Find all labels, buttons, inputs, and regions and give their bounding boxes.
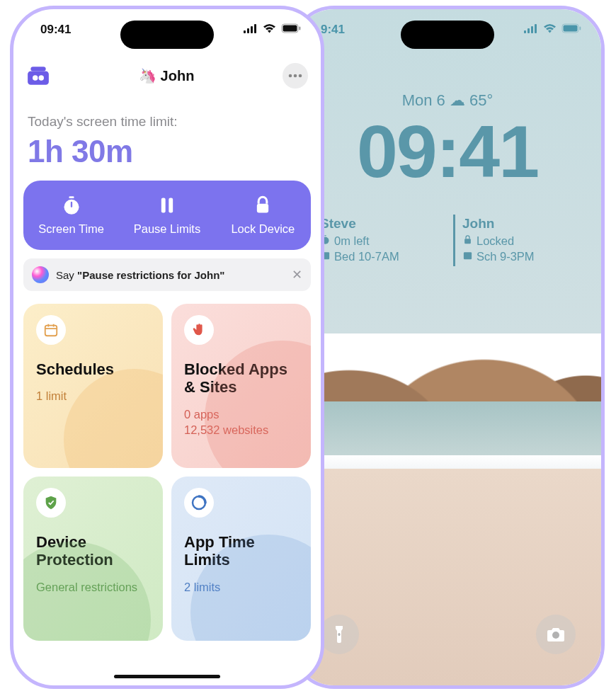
screen-time-label: Screen Time [38, 222, 104, 236]
siri-phrase: "Pause restrictions for John" [77, 269, 224, 281]
action-bar: Screen Time Pause Limits Lock Device [23, 181, 311, 250]
svg-rect-5 [283, 25, 297, 32]
svg-rect-28 [580, 27, 581, 30]
pause-icon [157, 195, 177, 218]
lock-widgets[interactable]: Steve 0m left Bed 10-7AM John Locked Sch… [311, 215, 584, 266]
family-button[interactable] [26, 65, 50, 86]
widget-name: John [462, 216, 584, 232]
widget-line2: Bed 10-7AM [334, 249, 399, 264]
hand-icon [184, 315, 214, 345]
svg-rect-30 [324, 235, 326, 236]
siri-suggestion[interactable]: Say "Pause restrictions for John" ✕ [23, 258, 311, 291]
lock-date: Mon 6 ☁︎ 65° [294, 91, 601, 110]
dynamic-island [120, 21, 214, 49]
svg-rect-2 [251, 26, 253, 33]
profile-selector[interactable]: 🦄 John [139, 67, 195, 84]
widget-line1: Locked [477, 233, 514, 249]
lock-icon [253, 195, 273, 218]
svg-rect-25 [535, 24, 537, 33]
svg-rect-18 [169, 198, 173, 212]
app-phone: 09:41 🦄 John Today's s [10, 6, 324, 689]
dynamic-island [401, 21, 494, 49]
svg-point-13 [299, 74, 302, 78]
widget-line1: 0m left [334, 233, 370, 249]
svg-point-10 [39, 75, 44, 80]
svg-point-35 [552, 632, 559, 639]
more-button[interactable] [283, 63, 308, 89]
lockscreen-phone: 9:41 Mon 6 ☁︎ 65° 09:41 Steve 0m left Be… [290, 6, 605, 689]
siri-prefix: Say [56, 269, 77, 281]
svg-rect-34 [338, 633, 341, 636]
screen-time-value: 1h 30m [23, 134, 311, 181]
battery-icon [561, 23, 581, 36]
cellular-icon [244, 23, 258, 36]
siri-dismiss-button[interactable]: ✕ [292, 267, 302, 283]
pause-limits-label: Pause Limits [134, 222, 200, 236]
svg-rect-22 [524, 30, 526, 33]
svg-rect-1 [247, 28, 249, 33]
svg-rect-17 [161, 198, 166, 212]
widget-john[interactable]: John Locked Sch 9-3PM [453, 215, 584, 266]
svg-rect-32 [464, 239, 471, 244]
svg-rect-14 [69, 196, 74, 198]
svg-point-11 [289, 74, 292, 78]
protection-card[interactable]: Device Protection General restrictions [23, 477, 163, 641]
status-time: 9:41 [321, 23, 345, 37]
status-indicators [524, 23, 581, 36]
widget-name: Steve [320, 216, 442, 232]
calendar-icon [36, 315, 66, 345]
siri-icon [32, 266, 49, 283]
battery-icon [281, 23, 301, 36]
wifi-icon [263, 23, 276, 36]
calendar-icon [462, 249, 473, 264]
timer-icon [184, 488, 214, 518]
lock-device-label: Lock Device [231, 222, 295, 236]
svg-rect-3 [254, 24, 256, 33]
widget-line2: Sch 9-3PM [477, 249, 535, 264]
home-indicator[interactable] [114, 675, 220, 678]
camera-button[interactable] [536, 615, 576, 654]
svg-rect-23 [527, 28, 530, 33]
wifi-icon [543, 23, 557, 36]
svg-rect-7 [28, 72, 49, 85]
svg-rect-33 [464, 252, 472, 259]
blocked-card[interactable]: Blocked Apps & Sites 0 apps 12,532 websi… [171, 304, 311, 468]
schedules-card[interactable]: Schedules 1 limit [23, 304, 163, 468]
shield-icon [36, 488, 66, 518]
lock-icon [462, 233, 473, 249]
widget-steve[interactable]: Steve 0m left Bed 10-7AM [311, 215, 442, 266]
status-indicators [244, 23, 301, 36]
profile-name-label: John [161, 68, 195, 84]
svg-rect-20 [45, 326, 57, 336]
profile-emoji: 🦄 [139, 67, 156, 84]
svg-rect-16 [70, 201, 72, 207]
siri-text: Say "Pause restrictions for John" [56, 269, 224, 281]
flashlight-button[interactable] [319, 615, 359, 654]
stopwatch-icon [62, 195, 81, 218]
screen-time-button[interactable]: Screen Time [23, 181, 119, 250]
svg-rect-24 [531, 26, 533, 33]
svg-rect-27 [564, 25, 578, 32]
svg-point-12 [294, 74, 297, 78]
svg-rect-0 [244, 30, 246, 33]
screen-time-label: Today's screen time limit: [23, 94, 311, 134]
cellular-icon [524, 23, 538, 36]
status-time: 09:41 [40, 23, 71, 37]
svg-rect-6 [300, 27, 301, 30]
svg-point-9 [33, 75, 38, 80]
svg-rect-8 [30, 67, 45, 71]
lock-device-button[interactable]: Lock Device [215, 181, 311, 250]
lock-time: 09:41 [294, 110, 601, 194]
time-limits-card[interactable]: App Time Limits 2 limits [171, 477, 311, 641]
pause-limits-button[interactable]: Pause Limits [119, 181, 215, 250]
svg-rect-19 [257, 203, 268, 212]
